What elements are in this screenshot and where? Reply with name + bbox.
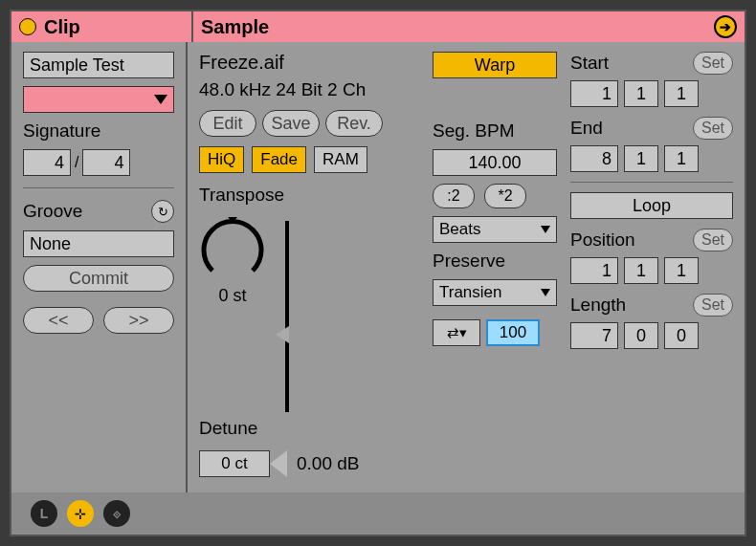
footer-envelope-button[interactable]: ⟐ xyxy=(103,500,130,527)
ram-toggle[interactable]: RAM xyxy=(314,146,367,173)
footer-sample-button[interactable]: ⊹ xyxy=(67,500,94,527)
warp-mode-value: Beats xyxy=(439,220,480,239)
length-label: Length xyxy=(570,295,626,316)
clip-header: Clip xyxy=(11,11,193,42)
clip-panel: Sample Test Signature 4 / 4 Groove ↻ Non… xyxy=(11,42,188,492)
sample-panel: Freeze.aif 48.0 kHz 24 Bit 2 Ch Edit Sav… xyxy=(188,42,745,492)
tempo-half-button[interactable]: :2 xyxy=(433,184,475,208)
detune-field[interactable]: 0 ct xyxy=(199,450,270,477)
detune-label: Detune xyxy=(199,418,419,439)
sample-header: Sample ➔ xyxy=(193,11,745,42)
separator xyxy=(23,187,174,188)
length-beat[interactable]: 0 xyxy=(624,322,658,349)
dropdown-triangle-icon xyxy=(541,289,550,296)
sample-header-title: Sample xyxy=(201,16,269,38)
end-sixteenth[interactable]: 1 xyxy=(664,145,699,172)
transpose-knob[interactable] xyxy=(199,217,266,284)
gain-slider[interactable] xyxy=(285,221,289,412)
seg-bpm-label: Seg. BPM xyxy=(433,120,557,142)
footer: L ⊹ ⟐ xyxy=(11,492,745,535)
nudge-forward-button[interactable]: >> xyxy=(103,307,174,334)
footer-l-button[interactable]: L xyxy=(31,500,57,527)
dropdown-triangle-icon xyxy=(154,95,167,104)
end-label: End xyxy=(570,118,603,139)
clip-color-dropdown[interactable] xyxy=(23,86,174,113)
start-set-button[interactable]: Set xyxy=(693,52,733,75)
nudge-back-button[interactable]: << xyxy=(23,307,94,334)
position-bar[interactable]: 1 xyxy=(570,257,618,284)
sample-fileinfo: 48.0 kHz 24 Bit 2 Ch xyxy=(199,79,419,100)
position-beat[interactable]: 1 xyxy=(624,257,658,284)
fade-toggle[interactable]: Fade xyxy=(252,146,306,173)
position-label: Position xyxy=(570,229,635,251)
launch-arrow-icon[interactable]: ➔ xyxy=(714,15,737,38)
position-sixteenth[interactable]: 1 xyxy=(664,257,699,284)
end-beat[interactable]: 1 xyxy=(624,145,658,172)
preserve-dropdown[interactable]: Transien xyxy=(433,279,557,306)
gain-value: 0.00 dB xyxy=(297,453,360,474)
signature-numerator[interactable]: 4 xyxy=(23,149,71,176)
transpose-value: 0 st xyxy=(218,286,246,306)
warp-toggle[interactable]: Warp xyxy=(433,52,557,78)
seg-bpm-field[interactable]: 140.00 xyxy=(433,149,557,176)
start-label: Start xyxy=(570,53,609,74)
transpose-label: Transpose xyxy=(199,185,419,206)
dropdown-triangle-icon xyxy=(541,226,550,233)
loop-mode-dropdown[interactable]: ⇄▾ xyxy=(433,319,480,346)
position-set-button[interactable]: Set xyxy=(693,229,733,251)
sample-filename: Freeze.aif xyxy=(199,52,419,74)
warp-mode-dropdown[interactable]: Beats xyxy=(433,216,557,243)
loop-toggle[interactable]: Loop xyxy=(570,192,733,219)
start-bar[interactable]: 1 xyxy=(570,80,618,107)
length-sixteenth[interactable]: 0 xyxy=(664,322,699,349)
separator xyxy=(570,182,733,183)
reverse-button[interactable]: Rev. xyxy=(325,110,383,137)
tempo-double-button[interactable]: *2 xyxy=(484,184,526,208)
signature-denominator[interactable]: 4 xyxy=(82,149,130,176)
signature-label: Signature xyxy=(23,120,174,142)
clip-header-title: Clip xyxy=(44,16,80,38)
end-bar[interactable]: 8 xyxy=(570,145,618,172)
transient-resolution-field[interactable]: 100 xyxy=(486,319,540,346)
groove-select[interactable]: None xyxy=(23,230,174,257)
groove-hotswap-icon[interactable]: ↻ xyxy=(151,200,174,223)
commit-button[interactable]: Commit xyxy=(23,265,174,292)
clip-active-dot-icon[interactable] xyxy=(19,18,36,35)
start-sixteenth[interactable]: 1 xyxy=(664,80,699,107)
edit-button[interactable]: Edit xyxy=(199,110,256,137)
groove-label: Groove xyxy=(23,201,82,222)
hiq-toggle[interactable]: HiQ xyxy=(199,146,244,173)
start-beat[interactable]: 1 xyxy=(624,80,658,107)
preserve-label: Preserve xyxy=(433,251,557,272)
preserve-value: Transien xyxy=(439,283,502,302)
gain-slider-thumb-icon xyxy=(276,326,289,343)
signature-slash: / xyxy=(75,154,78,171)
save-button[interactable]: Save xyxy=(262,110,320,137)
detune-triangle-icon xyxy=(270,450,287,477)
clip-name-field[interactable]: Sample Test xyxy=(23,52,174,78)
length-set-button[interactable]: Set xyxy=(693,294,733,317)
length-bar[interactable]: 7 xyxy=(570,322,618,349)
end-set-button[interactable]: Set xyxy=(693,117,733,140)
